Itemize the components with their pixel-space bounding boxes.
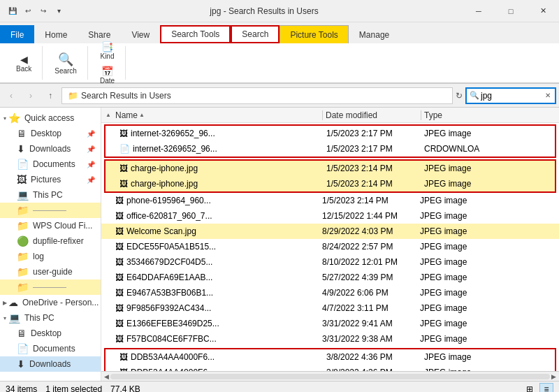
sidebar-item-downloads2[interactable]: ⬇ Downloads <box>0 356 101 372</box>
sidebar-item-yellow2[interactable]: 📁 ———— <box>0 280 101 295</box>
ribbon-group-nav: ◀ Back <box>6 46 43 80</box>
tab-manage[interactable]: Manage <box>349 25 400 43</box>
thispc-qa-icon: 💻 <box>17 189 29 201</box>
close-button[interactable]: ✕ <box>527 0 559 22</box>
col-header-type[interactable]: Type <box>421 108 505 122</box>
forward-nav-button[interactable]: › <box>22 87 39 104</box>
sidebar-item-downloads[interactable]: ⬇ Downloads 📌 <box>0 141 101 157</box>
search-input[interactable] <box>481 91 544 101</box>
sidebar-item-thispc[interactable]: ▾ 💻 This PC <box>0 310 101 326</box>
qat-undo-button[interactable]: ↩ <box>21 4 35 18</box>
tab-search[interactable]: Search <box>231 25 280 43</box>
table-row[interactable]: 🖼E9467A53B3FB06B1... 4/9/2022 6:06 PM JP… <box>101 285 559 300</box>
documents2-icon: 📄 <box>17 343 29 354</box>
minimize-button[interactable]: ─ <box>463 0 495 22</box>
search-clear-icon[interactable]: ✕ <box>545 92 551 99</box>
tab-view[interactable]: View <box>121 25 160 43</box>
table-row[interactable]: 🖼F57BC084CE6F7FBC... 3/31/2022 9:38 AM J… <box>101 331 559 347</box>
quick-access-icon: ⭐ <box>8 112 20 124</box>
table-row[interactable]: 🖼E1366EFEBE3469D25... 3/31/2022 9:41 AM … <box>101 316 559 331</box>
back-nav-button[interactable]: ‹ <box>3 87 20 104</box>
file-icon: 🖼 <box>115 196 124 205</box>
tab-picture-tools[interactable]: Picture Tools <box>280 25 348 43</box>
refresh-icon[interactable]: ↻ <box>456 91 463 101</box>
sidebar-item-thispc-qa[interactable]: 💻 This PC <box>0 187 101 203</box>
table-row[interactable]: 🖼E64DDAFA69E1AAB... 5/27/2022 4:39 PM JP… <box>101 270 559 285</box>
desktop-icon: 🖥 <box>17 128 27 139</box>
sidebar-item-user-guide[interactable]: 📁 user-guide <box>0 264 101 280</box>
sidebar-item-desktop[interactable]: 🖥 Desktop 📌 <box>0 126 101 141</box>
view-details-button[interactable]: ⊞ <box>523 383 537 393</box>
status-bar: 34 items 1 item selected 77.4 KB ⊞ ≡ <box>0 381 559 392</box>
table-row[interactable]: 📄 internet-3269652_96... 1/5/2023 2:17 P… <box>106 141 555 157</box>
file-icon: 🖼 <box>119 129 128 138</box>
onedrive-icon: ☁ <box>8 297 18 308</box>
col-header-name[interactable]: Name ▲ <box>112 108 322 122</box>
ribbon-search-button[interactable]: 🔍 Search <box>50 50 82 77</box>
file-icon: 🖼 <box>115 288 124 298</box>
ribbon-back-button[interactable]: ◀ Back <box>11 52 36 75</box>
pin-icon-dl: 📌 <box>87 145 95 153</box>
sidebar-item-desktop2[interactable]: 🖥 Desktop <box>0 326 101 341</box>
col-header-date[interactable]: Date modified <box>323 108 421 122</box>
qat-save-button[interactable]: 💾 <box>6 4 20 18</box>
pictures-icon: 🖼 <box>17 174 27 185</box>
date-icon: 📅 <box>101 66 113 77</box>
table-row[interactable]: 🖼DDB53A4AA4000F6... 3/8/2022 4:36 PM JPE… <box>106 365 555 371</box>
ribbon-kind-button[interactable]: 📑 Kind <box>95 39 119 62</box>
file-icon: 🖼 <box>115 303 124 313</box>
sidebar-item-yellow1[interactable]: 📁 ———— <box>0 203 101 218</box>
item-count: 34 items <box>6 384 37 393</box>
address-path[interactable]: 📁 Search Results in Users <box>61 87 453 104</box>
table-row[interactable]: 🖼 charge-iphone.jpg 1/5/2023 2:14 PM JPE… <box>106 176 555 191</box>
sidebar-item-documents2[interactable]: 📄 Documents <box>0 341 101 356</box>
red-border-group-1: 🖼 internet-3269652_96... 1/5/2023 2:17 P… <box>104 124 556 158</box>
ribbon-group-search: 🔍 Search <box>44 46 88 80</box>
sidebar-item-wps[interactable]: 📁 WPS Cloud Fi... <box>0 218 101 233</box>
sidebar-item-quick-access[interactable]: ▾ ⭐ Quick access <box>0 110 101 126</box>
sidebar-item-pictures[interactable]: 🖼 Pictures 📌 <box>0 172 101 187</box>
sidebar-item-onedrive[interactable]: ▶ ☁ OneDrive - Person... <box>0 295 101 310</box>
quick-access-toolbar: 💾 ↩ ↪ ▾ <box>6 4 66 18</box>
scroll-left-icon[interactable]: ◀ <box>104 373 109 380</box>
horizontal-scrollbar[interactable]: ◀ ▶ <box>101 371 559 381</box>
table-row[interactable]: 🖼DDB53A4AA4000F6... 3/8/2022 4:36 PM JPE… <box>106 349 555 365</box>
title-bar: 💾 ↩ ↪ ▾ jpg - Search Results in Users ─ … <box>0 0 559 22</box>
sidebar-item-log[interactable]: 📁 log <box>0 249 101 264</box>
file-icon: 🖼 <box>115 319 124 328</box>
sort-icon: ▲ <box>139 112 145 118</box>
scroll-right-icon[interactable]: ▶ <box>551 373 556 380</box>
downloads-icon: ⬇ <box>17 143 25 154</box>
tab-search-tools[interactable]: Search Tools <box>160 25 231 43</box>
file-icon: 🖼 <box>119 352 128 362</box>
file-icon: 🖼 <box>115 273 124 282</box>
maximize-button[interactable]: □ <box>495 0 527 22</box>
window-title: jpg - Search Results in Users <box>66 6 463 16</box>
table-row[interactable]: 🖼phone-6195964_960... 1/5/2023 2:14 PM J… <box>101 193 559 208</box>
qat-redo-button[interactable]: ↪ <box>36 4 50 18</box>
file-icon: 📄 <box>119 144 130 154</box>
pin-icon: 📌 <box>87 130 95 138</box>
user-guide-icon: 📁 <box>17 266 29 277</box>
table-row[interactable]: 🖼35346679D2CF04D5... 8/10/2022 12:01 PM … <box>101 254 559 270</box>
tab-home[interactable]: Home <box>34 25 78 43</box>
search-box: 🔍 ✕ <box>465 87 556 104</box>
qat-dropdown-button[interactable]: ▾ <box>52 4 66 18</box>
table-row[interactable]: 🖼Welcome Scan.jpg 8/29/2022 4:03 PM JPEG… <box>101 224 559 239</box>
tab-file[interactable]: File <box>0 25 34 43</box>
table-row[interactable]: 🖼office-620817_960_7... 12/15/2022 1:44 … <box>101 208 559 224</box>
thispc-expand-icon: ▾ <box>1 314 8 321</box>
table-row[interactable]: 🖼9F9856F9392AC434... 4/7/2022 3:11 PM JP… <box>101 300 559 316</box>
up-nav-button[interactable]: ↑ <box>42 87 59 104</box>
pin-icon-doc: 📌 <box>87 161 95 168</box>
ribbon-date-button[interactable]: 📅 Date <box>95 64 119 87</box>
file-list-scroll[interactable]: 🖼 internet-3269652_96... 1/5/2023 2:17 P… <box>101 123 559 371</box>
scroll-top-indicator[interactable]: ▲ <box>104 112 112 118</box>
sidebar-item-dupfile[interactable]: 🟢 dupfile-refixer <box>0 233 101 249</box>
title-bar-left: 💾 ↩ ↪ ▾ <box>6 4 66 18</box>
table-row[interactable]: 🖼 charge-iphone.jpg 1/5/2023 2:14 PM JPE… <box>106 161 555 176</box>
view-list-button[interactable]: ≡ <box>539 383 553 393</box>
sidebar-item-documents[interactable]: 📄 Documents 📌 <box>0 157 101 172</box>
table-row[interactable]: 🖼EDCE55F0A5A1B515... 8/24/2022 2:57 PM J… <box>101 239 559 254</box>
table-row[interactable]: 🖼 internet-3269652_96... 1/5/2023 2:17 P… <box>106 126 555 141</box>
